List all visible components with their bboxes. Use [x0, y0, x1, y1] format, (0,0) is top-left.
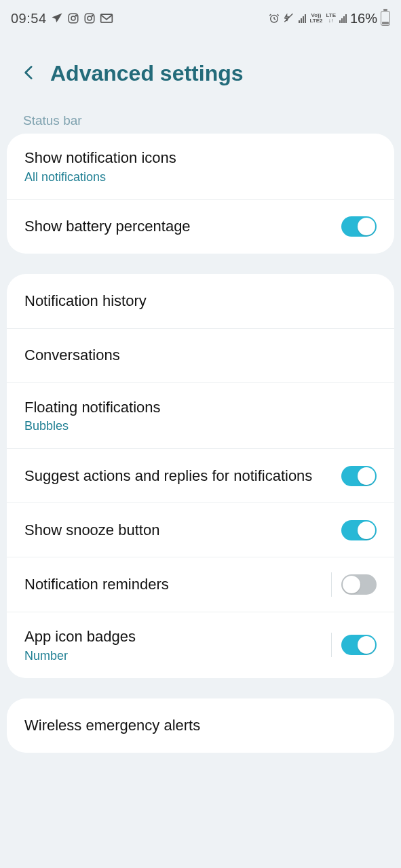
row-conversations[interactable]: Conversations: [7, 328, 394, 382]
status-left: 09:54: [11, 11, 113, 26]
card-status-bar: Show notification icons All notification…: [7, 134, 394, 254]
section-label-status-bar: Status bar: [0, 106, 401, 134]
row-title: Show snooze button: [24, 521, 332, 540]
battery-percentage: 16%: [350, 11, 377, 26]
row-show-notification-icons[interactable]: Show notification icons All notification…: [7, 134, 394, 199]
status-right: Vo))LTE2 LTE↓↑ 16%: [269, 11, 390, 26]
page-header: Advanced settings: [0, 34, 401, 106]
toggle-suggest-actions[interactable]: [341, 466, 377, 486]
signal-icon: [339, 14, 347, 23]
vibrate-icon: [283, 13, 295, 24]
svg-point-4: [88, 16, 92, 20]
toggle-battery-percentage[interactable]: [341, 216, 377, 237]
system-status-bar: 09:54 Vo))LTE2 LTE↓↑ 16%: [0, 0, 401, 34]
row-title: Wireless emergency alerts: [24, 716, 377, 735]
signal-icon: [299, 14, 306, 23]
row-wireless-emergency-alerts[interactable]: Wireless emergency alerts: [7, 698, 394, 753]
row-floating-notifications[interactable]: Floating notifications Bubbles: [7, 382, 394, 449]
row-subtitle: Bubbles: [24, 419, 377, 433]
row-title: Show notification icons: [24, 149, 377, 167]
divider-vertical: [331, 572, 332, 597]
svg-point-2: [75, 15, 77, 16]
toggle-app-icon-badges[interactable]: [341, 635, 377, 655]
row-title: Notification history: [24, 292, 377, 311]
svg-line-8: [285, 14, 293, 22]
divider-vertical: [331, 633, 332, 657]
battery-icon: [381, 11, 390, 26]
row-subtitle: Number: [24, 649, 322, 663]
row-title: Notification reminders: [24, 575, 322, 594]
row-show-battery-percentage[interactable]: Show battery percentage: [7, 199, 394, 254]
lte-indicator: LTE↓↑: [326, 13, 336, 24]
svg-point-5: [92, 15, 93, 16]
row-suggest-actions[interactable]: Suggest actions and replies for notifica…: [7, 448, 394, 502]
status-time: 09:54: [11, 11, 47, 26]
row-show-snooze-button[interactable]: Show snooze button: [7, 502, 394, 557]
instagram-icon: [67, 12, 79, 24]
page-title: Advanced settings: [50, 61, 244, 86]
card-wireless-alerts: Wireless emergency alerts: [7, 698, 394, 753]
row-app-icon-badges[interactable]: App icon badges Number: [7, 612, 394, 678]
row-notification-history[interactable]: Notification history: [7, 274, 394, 328]
row-title: Floating notifications: [24, 398, 377, 417]
row-notification-reminders[interactable]: Notification reminders: [7, 557, 394, 612]
row-subtitle: All notifications: [24, 170, 377, 184]
row-title: Suggest actions and replies for notifica…: [24, 467, 332, 486]
svg-point-1: [71, 16, 75, 20]
row-title: Conversations: [24, 346, 377, 365]
alarm-icon: [269, 13, 280, 24]
row-title: App icon badges: [24, 627, 322, 646]
back-button[interactable]: [20, 64, 38, 84]
gmail-icon: [100, 13, 113, 24]
toggle-notification-reminders[interactable]: [341, 574, 377, 595]
telegram-icon: [51, 12, 63, 24]
row-title: Show battery percentage: [24, 217, 332, 236]
svg-rect-6: [100, 14, 112, 22]
instagram-icon: [83, 12, 96, 24]
volte-indicator: Vo))LTE2: [309, 13, 322, 24]
card-notifications: Notification history Conversations Float…: [7, 274, 394, 678]
toggle-snooze-button[interactable]: [341, 520, 377, 540]
